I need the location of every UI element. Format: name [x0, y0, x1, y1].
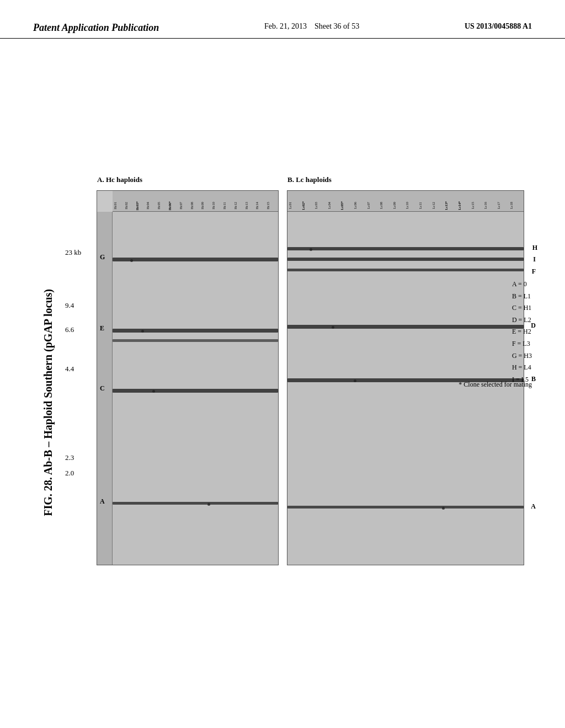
sheet-info: Sheet 36 of 53: [315, 22, 359, 30]
lane-b-tick: Lc04: [328, 201, 340, 210]
lane-tick: Hc15: [266, 201, 277, 210]
legend-item-A: A = 0: [512, 279, 532, 291]
lane-b-tick: Lc14*: [458, 201, 471, 210]
panel-a-dot2: [141, 330, 144, 333]
panel-b-band-F: [287, 269, 524, 271]
lane-b-tick: Lc15: [471, 201, 484, 210]
panel-b-band-I-label: I: [533, 255, 536, 264]
y-label-9.4: 9.4: [65, 301, 81, 310]
panel-a-lane-headers: Hc01 Hc02 Hc03* Hc04 Hc05 Hc06* Hc07 Hc0…: [113, 191, 278, 212]
patent-number: US 2013/0045888 A1: [465, 22, 532, 31]
panel-b-band-I: [287, 258, 524, 261]
panel-b-band-D: [287, 325, 524, 329]
legend-item-G: G = H3: [512, 350, 532, 362]
legend-item-H: H = L4: [512, 362, 532, 374]
y-axis: 23 kb 9.4 6.6 4.4 2.3 2.0: [65, 248, 81, 478]
panel-a-band-E: [113, 329, 278, 333]
lane-b-tick: Lc06: [354, 201, 366, 210]
publication-date-sheet: Feb. 21, 2013 Sheet 36 of 53: [264, 22, 359, 31]
panel-a-band-A-label: A: [100, 497, 105, 506]
lane-b-tick: Lc10: [406, 201, 418, 210]
lane-tick: Hc06*: [168, 201, 179, 210]
panel-b-dot4: [442, 507, 445, 510]
panel-b-band-A-label: A: [531, 502, 536, 511]
panel-a-inner: [113, 212, 278, 565]
lane-b-tick: Lc02*: [302, 201, 315, 210]
lane-tick: Hc08: [190, 201, 201, 210]
panel-b-lane-headers: Lc01 Lc02* Lc03 Lc04 Lc05* Lc06 Lc07 Lc0…: [287, 191, 524, 212]
figure-area: FIG. 28. Ab-B – Haploid Southern (pGAP l…: [33, 88, 532, 695]
legend: A = 0 B = L1 C = H1 D = L2 E = H2 F = L3…: [512, 279, 532, 386]
lane-tick: Hc13: [245, 201, 255, 210]
panel-a-dot3: [152, 390, 155, 393]
page-header: Patent Application Publication Feb. 21, …: [0, 0, 565, 39]
lane-b-tick: Lc07: [367, 201, 380, 210]
lane-b-tick: Lc09: [393, 201, 406, 210]
lane-b-tick: Lc17: [497, 201, 510, 210]
lane-b-tick: Lc01: [289, 201, 301, 210]
lane-tick: Hc12: [234, 201, 244, 210]
lane-tick: Hc11: [223, 201, 233, 210]
y-label-2.3: 2.3: [65, 453, 81, 462]
lane-tick: Hc09: [201, 201, 211, 210]
panel-b-title: B. Lc haploids: [287, 175, 332, 184]
lane-b-tick: Lc16: [484, 201, 497, 210]
panel-a-band-C-label: C: [100, 384, 105, 393]
panel-a-title: A. Hc haploids: [97, 175, 142, 184]
lane-b-tick: Lc08: [380, 201, 392, 210]
panel-a-band-C: [113, 389, 278, 393]
y-label-23kb: 23 kb: [65, 248, 81, 257]
lane-b-tick: Lc12: [432, 201, 445, 210]
y-label-4.4: 4.4: [65, 365, 81, 373]
panel-a-band-G-label: G: [100, 253, 105, 261]
figure-title: FIG. 28. Ab-B – Haploid Southern (pGAP l…: [42, 289, 55, 516]
lane-b-tick: Lc05*: [340, 201, 353, 210]
footnote: * Clone selected for mating: [459, 381, 532, 389]
lane-tick: Hc01: [114, 201, 124, 210]
panel-b-band-A: [287, 506, 524, 508]
panel-a-band-A: [113, 502, 278, 505]
lane-tick: Hc03*: [136, 201, 146, 210]
lane-tick: Hc14: [255, 201, 266, 210]
legend-item-B: B = L1: [512, 291, 532, 303]
y-label-6.6: 6.6: [65, 325, 81, 334]
lane-b-tick: Lc18: [510, 201, 523, 210]
lane-tick: Hc04: [146, 201, 157, 210]
legend-item-C: C = H1: [512, 302, 532, 314]
lane-tick: Hc10: [212, 201, 222, 210]
legend-item-E: E = H2: [512, 326, 532, 338]
panel-b-band-H-label: H: [532, 244, 537, 252]
panel-b: B. Lc haploids Lc01 Lc02* Lc03 Lc04 Lc05…: [287, 190, 524, 565]
lane-b-tick: Lc13*: [445, 201, 457, 210]
publication-date: Feb. 21, 2013: [264, 22, 307, 30]
y-label-2.0: 2.0: [65, 469, 81, 478]
lane-b-tick: Lc03: [315, 201, 327, 210]
panel-a: A. Hc haploids Hc01 Hc02 Hc03* Hc04 Hc05…: [97, 190, 279, 565]
panel-a-band-G: [113, 258, 278, 261]
legend-item-F: F = L3: [512, 338, 532, 350]
panel-b-band-F-label: F: [532, 267, 536, 276]
panel-b-dot3: [354, 379, 356, 382]
lane-tick: Hc05: [157, 201, 168, 210]
lane-tick: Hc07: [179, 201, 190, 210]
panel-a-band-E2: [113, 339, 278, 342]
panel-a-band-E-label: E: [100, 324, 104, 333]
lane-b-tick: Lc11: [419, 201, 431, 210]
lane-tick: Hc02: [125, 201, 135, 210]
panel-b-band-H: [287, 247, 524, 250]
page: Patent Application Publication Feb. 21, …: [0, 0, 565, 728]
panel-b-band-B-label: B: [531, 375, 536, 383]
legend-item-D: D = L2: [512, 314, 532, 326]
publication-title: Patent Application Publication: [33, 22, 159, 34]
